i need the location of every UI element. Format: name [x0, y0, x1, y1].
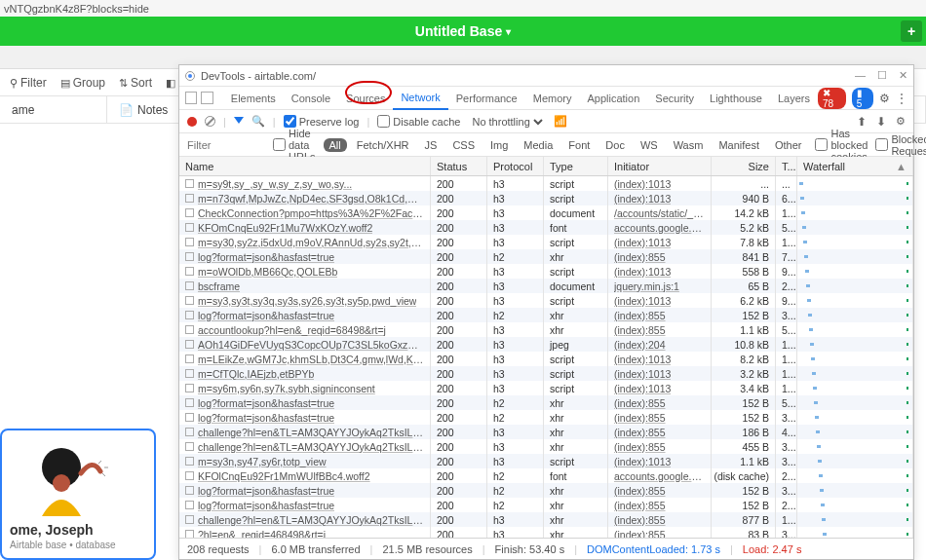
row-checkbox[interactable]: [185, 208, 194, 217]
network-row[interactable]: log?format=json&hasfast=true200h2xhr(ind…: [179, 308, 913, 322]
cell-initiator[interactable]: /accounts/static/_/js/k=gai...: [614, 207, 705, 219]
welcome-card[interactable]: ome, Joseph Airtable base • database: [0, 429, 156, 560]
cell-initiator[interactable]: (index):1013: [614, 383, 671, 394]
download-icon[interactable]: ⬇: [876, 115, 886, 129]
network-settings-icon[interactable]: ⚙: [896, 115, 906, 128]
filter-toggle-icon[interactable]: [234, 117, 244, 127]
devtools-titlebar[interactable]: DevTools - airtable.com/ — ☐ ✕: [179, 65, 913, 87]
network-row[interactable]: challenge?hl=en&TL=AM3QAYYJOykAq2TksILRA…: [179, 439, 913, 454]
network-row[interactable]: ?hl=en&_reqid=468498&rt=j200h3xhr(index)…: [179, 527, 913, 538]
network-row[interactable]: bscframe200h3documentjquery.min.js:165 B…: [179, 279, 913, 293]
close-icon[interactable]: ✕: [899, 69, 907, 82]
network-row[interactable]: CheckConnection?pmpo=https%3A%2F%2Faccou…: [179, 205, 913, 220]
type-filter-media[interactable]: Media: [518, 138, 559, 152]
error-badge[interactable]: ✖ 78: [818, 88, 846, 109]
type-filter-js[interactable]: JS: [419, 138, 444, 152]
row-checkbox[interactable]: [185, 296, 194, 305]
network-row[interactable]: m=sy9t,sy_,sy_w,sy_z,sy_wo,sy...200h3scr…: [179, 176, 913, 191]
cell-initiator[interactable]: (index):1013: [614, 368, 671, 380]
cell-initiator[interactable]: (index):1013: [614, 354, 671, 365]
cell-initiator[interactable]: (index):855: [614, 514, 666, 526]
filter-input[interactable]: [187, 139, 265, 151]
network-row[interactable]: AOh14GiDFeVUyqS3CopcOUp7C3SL5koGxzAjC1ck…: [179, 337, 913, 352]
search-icon[interactable]: 🔍: [251, 115, 265, 128]
cell-initiator[interactable]: (index):1013: [614, 295, 671, 307]
cell-initiator[interactable]: (index):855: [614, 310, 666, 321]
row-checkbox[interactable]: [185, 413, 194, 422]
row-checkbox[interactable]: [185, 457, 194, 466]
record-icon[interactable]: [187, 117, 197, 127]
group-button[interactable]: ▤Group: [60, 76, 105, 90]
network-rows[interactable]: m=sy9t,sy_,sy_w,sy_z,sy_wo,sy...200h3scr…: [179, 176, 913, 538]
col-status[interactable]: Status: [431, 157, 487, 175]
devtools-tab-sources[interactable]: Sources: [338, 87, 393, 110]
cell-initiator[interactable]: (index):855: [614, 397, 666, 409]
network-row[interactable]: m=sy3n,sy47,sy6r,totp_view200h3script(in…: [179, 454, 913, 468]
cell-initiator[interactable]: (index):855: [614, 427, 666, 438]
row-checkbox[interactable]: [185, 515, 194, 524]
type-filter-img[interactable]: Img: [484, 138, 514, 152]
cell-initiator[interactable]: (index):855: [614, 485, 666, 497]
clear-icon[interactable]: [205, 116, 215, 127]
sort-button[interactable]: ⇅Sort: [119, 76, 152, 90]
row-checkbox[interactable]: [185, 530, 194, 538]
row-checkbox[interactable]: [185, 252, 194, 261]
network-row[interactable]: m=oWOlDb,MB66Qc,QOLEBb200h3script(index)…: [179, 264, 913, 279]
cell-initiator[interactable]: (index):1013: [614, 178, 671, 190]
row-checkbox[interactable]: [185, 398, 194, 407]
wifi-icon[interactable]: 📶: [554, 115, 567, 128]
info-badge[interactable]: ▮ 5: [852, 88, 873, 109]
network-row[interactable]: log?format=json&hasfast=true200h2xhr(ind…: [179, 395, 913, 410]
cell-initiator[interactable]: (index):204: [614, 339, 666, 351]
cell-initiator[interactable]: (index):855: [614, 324, 666, 336]
devtools-tab-network[interactable]: Network: [393, 87, 447, 110]
row-checkbox[interactable]: [185, 325, 194, 334]
row-checkbox[interactable]: [185, 428, 194, 436]
network-row[interactable]: m=CfTQlc,IAEjzb,etBPYb200h3script(index)…: [179, 366, 913, 381]
type-filter-wasm[interactable]: Wasm: [668, 138, 710, 152]
cell-initiator[interactable]: (index):855: [614, 412, 666, 424]
row-checkbox[interactable]: [185, 355, 194, 363]
row-checkbox[interactable]: [185, 238, 194, 246]
devtools-tab-lighthouse[interactable]: Lighthouse: [702, 87, 770, 110]
cell-initiator[interactable]: (index):1013: [614, 237, 671, 248]
network-row[interactable]: challenge?hl=en&TL=AM3QAYYJOykAq2TksILRA…: [179, 425, 913, 439]
devtools-tab-application[interactable]: Application: [579, 87, 647, 110]
network-row[interactable]: m=sy3,sy3t,sy3q,sy3s,sy26,sy3t,sy5p,pwd_…: [179, 293, 913, 308]
cell-initiator[interactable]: (index):855: [614, 251, 666, 263]
element-picker-icon[interactable]: [185, 92, 197, 104]
cell-initiator[interactable]: accounts.google.com/o/oa...: [614, 222, 705, 234]
column-name[interactable]: ame: [0, 96, 107, 123]
settings-gear-icon[interactable]: ⚙: [879, 92, 890, 105]
devtools-tab-security[interactable]: Security: [647, 87, 702, 110]
type-filter-all[interactable]: All: [324, 138, 347, 152]
cell-initiator[interactable]: accounts.google.com/o/oa...: [614, 470, 705, 482]
cell-initiator[interactable]: (index):855: [614, 441, 666, 453]
network-row[interactable]: log?format=json&hasfast=true200h2xhr(ind…: [179, 410, 913, 425]
cell-initiator[interactable]: (index):1013: [614, 456, 671, 467]
col-protocol[interactable]: Protocol: [487, 157, 544, 175]
type-filter-fetch-xhr[interactable]: Fetch/XHR: [351, 138, 415, 152]
maximize-icon[interactable]: ☐: [877, 69, 887, 82]
network-row[interactable]: log?format=json&hasfast=true200h2xhr(ind…: [179, 498, 913, 512]
network-row[interactable]: m=LEikZe,wGM7Jc,khmSLb,Dt3C4,gmw,lWd,Kyl…: [179, 352, 913, 366]
cell-initiator[interactable]: (index):855: [614, 500, 666, 511]
blocked-requests-checkbox[interactable]: Blocked Requests: [875, 133, 926, 157]
network-row[interactable]: accountlookup?hl=en&_reqid=68498&rt=j200…: [179, 322, 913, 337]
type-filter-font[interactable]: Font: [562, 138, 596, 152]
base-title[interactable]: Untitled Base: [415, 23, 502, 39]
col-waterfall[interactable]: Waterfall▲: [797, 157, 913, 175]
type-filter-ws[interactable]: WS: [635, 138, 664, 152]
row-checkbox[interactable]: [185, 223, 194, 232]
type-filter-manifest[interactable]: Manifest: [713, 138, 765, 152]
chevron-down-icon[interactable]: ▾: [506, 26, 511, 37]
cell-initiator[interactable]: (index):1013: [614, 193, 671, 205]
network-row[interactable]: m=sy30,sy2z,i5dxUd,m9oV,RAnnUd,sy2s,sy2t…: [179, 235, 913, 249]
type-filter-other[interactable]: Other: [769, 138, 808, 152]
network-row[interactable]: m=n73qwf,MpJwZc,NpD4ec,SF3gsd,O8k1Cd,YLQ…: [179, 191, 913, 205]
row-checkbox[interactable]: [185, 501, 194, 509]
row-checkbox[interactable]: [185, 384, 194, 392]
device-toggle-icon[interactable]: [201, 92, 212, 104]
browser-url-bar[interactable]: vNTQgzbnK4z8F?blocks=hide: [0, 0, 926, 17]
filter-button[interactable]: ⚲Filter: [10, 76, 47, 90]
